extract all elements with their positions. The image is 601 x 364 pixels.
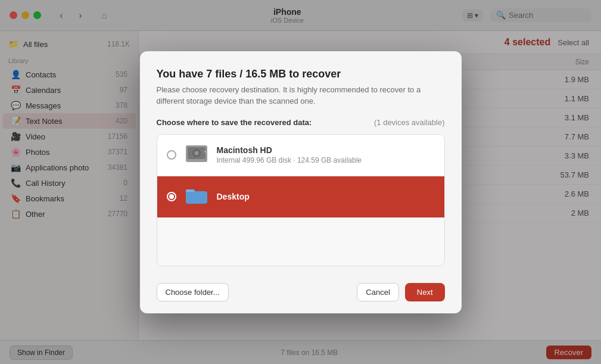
dest-radio-desktop: [167, 192, 176, 201]
devices-count: (1 devices available): [374, 118, 445, 127]
modal-title: You have 7 files / 16.5 MB to recover: [157, 68, 445, 80]
dest-info-desktop: Desktop: [217, 192, 435, 201]
dest-empty-area: [157, 218, 444, 266]
folder-icon: [185, 185, 208, 209]
dest-info-macintosh-hd: Macintosh HD Internal 499.96 GB disk · 1…: [217, 145, 435, 164]
recovery-destination-modal: You have 7 files / 16.5 MB to recover Pl…: [140, 51, 462, 313]
destination-macintosh-hd[interactable]: Macintosh HD Internal 499.96 GB disk · 1…: [157, 135, 444, 176]
svg-rect-5: [204, 151, 206, 153]
choose-label-text: Choose where to save the recovered data:: [157, 118, 312, 127]
choose-folder-button[interactable]: Choose folder...: [157, 283, 229, 301]
modal-choose-label: Choose where to save the recovered data:…: [157, 118, 445, 127]
modal-footer-right: Cancel Next: [357, 283, 444, 301]
svg-point-4: [195, 152, 197, 154]
dest-radio-macintosh-hd: [167, 150, 176, 160]
modal-subtitle: Please choose recovery destination. It i…: [157, 84, 445, 107]
dest-desc-macintosh-hd: Internal 499.96 GB disk · 124.59 GB avai…: [217, 156, 435, 164]
modal-body: You have 7 files / 16.5 MB to recover Pl…: [140, 51, 462, 266]
destination-desktop[interactable]: Desktop: [157, 176, 444, 218]
modal-footer: Choose folder... Cancel Next: [140, 273, 462, 313]
destinations-list: Macintosh HD Internal 499.96 GB disk · 1…: [157, 134, 445, 266]
next-button[interactable]: Next: [405, 283, 445, 301]
hd-icon: [185, 143, 208, 167]
cancel-button[interactable]: Cancel: [357, 283, 398, 301]
radio-dot: [169, 194, 174, 199]
dest-name-macintosh-hd: Macintosh HD: [217, 145, 435, 155]
modal-overlay: You have 7 files / 16.5 MB to recover Pl…: [0, 0, 601, 364]
dest-name-desktop: Desktop: [217, 192, 435, 201]
